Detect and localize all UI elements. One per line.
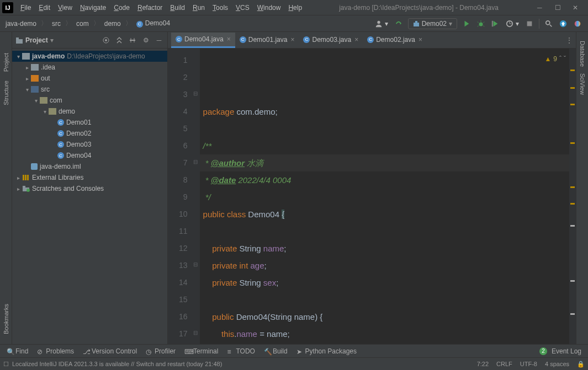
tree-arrow-icon[interactable]: ▾ bbox=[32, 98, 40, 104]
readonly-lock-icon[interactable]: 🔒 bbox=[577, 361, 585, 368]
collapse-all-button[interactable] bbox=[128, 35, 137, 45]
menu-refactor[interactable]: Refactor bbox=[134, 2, 166, 13]
fold-toggle-icon[interactable]: ⊟ bbox=[193, 261, 198, 267]
code-line[interactable]: public Demo04(String name) { bbox=[203, 308, 566, 325]
editor-tab[interactable]: CDemo02.java× bbox=[363, 33, 427, 48]
code-line[interactable] bbox=[203, 120, 566, 137]
close-tab-icon[interactable]: × bbox=[419, 36, 422, 44]
code-line[interactable]: package com.demo; bbox=[203, 103, 566, 120]
menu-view[interactable]: View bbox=[54, 2, 76, 13]
breadcrumb-item[interactable]: demo bbox=[102, 19, 123, 29]
code-line[interactable]: private String sex; bbox=[203, 274, 566, 291]
debug-button[interactable] bbox=[474, 18, 488, 29]
code-line[interactable]: * @date 2022/4/4 0004 bbox=[203, 171, 566, 189]
breadcrumb-item[interactable]: java-demo bbox=[3, 19, 39, 29]
tool-window-button-problems[interactable]: ⊘Problems bbox=[33, 346, 78, 356]
tree-scratches[interactable]: ▸ Scratches and Consoles bbox=[12, 183, 167, 194]
tool-window-button-find[interactable]: 🔍Find bbox=[2, 346, 33, 356]
tool-window-button-bookmarks[interactable]: Bookmarks bbox=[3, 299, 9, 339]
fold-toggle-icon[interactable]: ⊟ bbox=[193, 90, 198, 96]
close-tab-icon[interactable]: × bbox=[354, 36, 358, 44]
code-line[interactable]: */ bbox=[203, 189, 566, 206]
tree-item[interactable]: ▾demo bbox=[12, 106, 167, 117]
fold-toggle-icon[interactable]: ⊟ bbox=[193, 159, 198, 165]
code-line[interactable]: /** bbox=[203, 137, 566, 154]
user-icon[interactable]: ▾ bbox=[372, 18, 391, 29]
code-line[interactable]: private int age; bbox=[203, 257, 566, 274]
status-message[interactable]: Localized IntelliJ IDEA 2021.3.3 is avai… bbox=[12, 361, 222, 367]
tool-window-button-database[interactable]: Database bbox=[579, 37, 586, 70]
menu-file[interactable]: File bbox=[17, 2, 35, 13]
event-log-button[interactable]: 2 Event Log bbox=[535, 346, 586, 356]
tree-item[interactable]: java-demo.iml bbox=[12, 161, 167, 172]
search-button[interactable] bbox=[542, 18, 556, 29]
tool-window-button-profiler[interactable]: ◷Profiler bbox=[141, 346, 180, 356]
code-editor[interactable]: ▲ 9 ˆ ˇ package com.demo; /** * @author … bbox=[200, 49, 569, 344]
menu-tools[interactable]: Tools bbox=[209, 2, 232, 13]
tree-root[interactable]: ▾ java-demo D:\IdeaProjects\java-demo bbox=[12, 51, 167, 62]
line-separator[interactable]: CRLF bbox=[496, 361, 512, 367]
tree-arrow-icon[interactable]: ▸ bbox=[23, 76, 31, 82]
editor-body[interactable]: 123456789101112131415161720 ⊟⊟⊟⊟ ▲ 9 ˆ ˇ… bbox=[168, 49, 576, 344]
menu-edit[interactable]: Edit bbox=[35, 2, 54, 13]
tool-window-button-terminal[interactable]: ⌨Terminal bbox=[180, 346, 223, 356]
fold-toggle-icon[interactable]: ⊟ bbox=[193, 330, 198, 336]
close-tab-icon[interactable]: × bbox=[227, 35, 231, 43]
code-line[interactable] bbox=[203, 291, 566, 308]
breadcrumb-active[interactable]: CDemo04 bbox=[134, 18, 172, 29]
select-opened-file-button[interactable] bbox=[101, 35, 111, 45]
project-tree[interactable]: ▾ java-demo D:\IdeaProjects\java-demo ▸.… bbox=[12, 49, 167, 344]
run-config-selector[interactable]: Demo02 ▾ bbox=[408, 18, 457, 29]
code-line[interactable]: * @author 水滴 bbox=[203, 154, 566, 171]
stop-button[interactable] bbox=[522, 18, 537, 29]
tree-item[interactable]: CDemo01 bbox=[12, 117, 167, 128]
editor-tab[interactable]: CDemo04.java× bbox=[171, 33, 235, 48]
profile-button[interactable]: ▾ bbox=[502, 18, 522, 29]
tool-window-button-structure[interactable]: Structure bbox=[3, 76, 9, 110]
menu-navigate[interactable]: Navigate bbox=[76, 2, 110, 13]
update-button[interactable] bbox=[556, 18, 570, 29]
menu-code[interactable]: Code bbox=[110, 2, 134, 13]
expand-all-button[interactable] bbox=[114, 35, 124, 45]
fold-gutter[interactable]: ⊟⊟⊟⊟ bbox=[192, 49, 200, 344]
tree-item[interactable]: ▾src bbox=[12, 84, 167, 95]
tree-arrow-icon[interactable]: ▾ bbox=[23, 87, 31, 93]
run-button[interactable] bbox=[459, 18, 474, 29]
tree-item[interactable]: ▾com bbox=[12, 95, 167, 106]
curved-arrow-icon[interactable] bbox=[391, 18, 406, 29]
tree-external-libs[interactable]: ▸ External Libraries bbox=[12, 172, 167, 183]
breadcrumb-item[interactable]: src bbox=[50, 19, 63, 29]
tree-arrow-icon[interactable]: ▸ bbox=[23, 65, 31, 71]
tree-item[interactable]: CDemo04 bbox=[12, 150, 167, 161]
ide-settings-button[interactable] bbox=[570, 18, 585, 29]
breadcrumb-item[interactable]: com bbox=[74, 19, 91, 29]
tool-window-button-todo[interactable]: ≡TODO bbox=[223, 346, 259, 356]
indent-setting[interactable]: 4 spaces bbox=[545, 361, 569, 367]
menu-help[interactable]: Help bbox=[284, 2, 306, 13]
tool-window-button-python[interactable]: ➤Python Packages bbox=[292, 346, 361, 356]
editor-tabs-more-button[interactable]: ⋮ bbox=[563, 35, 576, 46]
code-line[interactable] bbox=[203, 223, 566, 240]
tree-item[interactable]: ▸.idea bbox=[12, 62, 167, 73]
editor-tab[interactable]: CDemo03.java× bbox=[299, 33, 363, 48]
settings-button[interactable]: ⚙ bbox=[141, 35, 151, 45]
inspection-widget[interactable]: ▲ 9 ˆ ˇ bbox=[544, 51, 566, 68]
tool-windows-icon[interactable]: ☐ bbox=[3, 361, 9, 368]
code-line[interactable]: private String name; bbox=[203, 240, 566, 257]
menu-window[interactable]: Window bbox=[253, 2, 285, 13]
tool-window-button-sciview[interactable]: SciView bbox=[579, 70, 586, 98]
minimize-icon[interactable]: ─ bbox=[537, 4, 545, 12]
tool-window-button-build[interactable]: 🔨Build bbox=[259, 346, 292, 356]
tree-arrow-icon[interactable]: ▾ bbox=[41, 109, 49, 115]
tool-window-button-vcs[interactable]: ⎇Version Control bbox=[78, 346, 141, 356]
tool-window-button-project[interactable]: Project bbox=[3, 49, 9, 76]
close-tab-icon[interactable]: × bbox=[290, 36, 294, 44]
tree-item[interactable]: CDemo02 bbox=[12, 128, 167, 139]
hide-button[interactable]: ─ bbox=[154, 35, 164, 45]
menu-run[interactable]: Run bbox=[189, 2, 209, 13]
code-line[interactable]: } bbox=[203, 342, 566, 344]
coverage-button[interactable] bbox=[488, 18, 502, 29]
code-line[interactable]: public class Demo04 { bbox=[203, 206, 566, 223]
menu-build[interactable]: Build bbox=[166, 2, 189, 13]
code-line[interactable]: this.name = name; bbox=[203, 325, 566, 342]
